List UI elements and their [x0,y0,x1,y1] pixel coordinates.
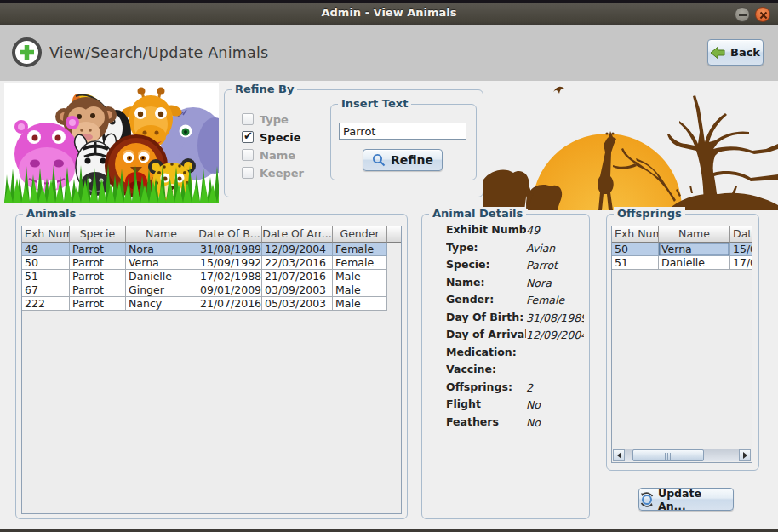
column-header-exh-num[interactable]: Exh Num [22,226,70,243]
scrollbar-track[interactable] [625,449,739,461]
column-header-name[interactable]: Name [126,226,197,243]
cell[interactable]: Verna [126,256,197,270]
cell-focused[interactable]: Verna [659,243,730,256]
back-button[interactable]: Back [707,39,764,66]
detail-label: Feathers [446,414,526,432]
cell[interactable]: Ginger [126,283,197,297]
minimize-button[interactable] [735,7,750,22]
cell[interactable]: 03/09/2003 [262,283,333,297]
name-checkbox-box[interactable] [242,149,254,161]
cell[interactable]: 17/02/1988 [197,270,262,283]
app-window: Admin - View Animals View/Search/Update … [0,0,778,532]
cell[interactable]: Male [333,270,387,283]
cell[interactable]: 51 [22,270,70,283]
column-header-date[interactable]: Dat [730,226,752,243]
keeper-checkbox-box[interactable] [242,167,254,179]
column-header-exh-num[interactable]: Exh Num [612,226,659,243]
close-button[interactable] [755,7,770,22]
page-title: View/Search/Update Animals [49,25,268,81]
offsprings-row-selected[interactable]: 50 Verna 15/0 [612,243,752,256]
horizontal-scrollbar[interactable] [613,449,751,461]
column-header-filler [387,226,401,243]
animal-details-title: Animal Details [429,207,526,220]
cell[interactable]: 15/09/1992 [197,256,262,270]
refine-button-label: Refine [391,153,433,167]
detail-row: FeathersNo [446,414,584,432]
cell[interactable]: 15/0 [730,243,752,256]
cell[interactable]: Parrot [70,283,126,297]
cell[interactable]: 22/03/2016 [262,256,333,270]
cell[interactable]: 50 [22,256,70,270]
animals-table-header: Exh Num Specie Name Date Of B... Date Of… [22,226,401,243]
cell[interactable]: Parrot [70,256,126,270]
minimize-icon [739,14,747,16]
animals-row-selected[interactable]: 49 Parrot Nora 31/08/1989 12/09/2004 Fem… [22,243,401,256]
search-icon [372,153,386,167]
refresh-icon [639,492,655,507]
scroll-left-button[interactable] [613,449,625,461]
animals-row[interactable]: 222 Parrot Nancy 21/07/2016 05/03/2003 M… [22,297,401,311]
animals-row[interactable]: 51 Parrot Danielle 17/02/1988 21/07/2016… [22,270,401,283]
animals-row[interactable]: 67 Parrot Ginger 09/01/2009 03/09/2003 M… [22,283,401,297]
cell[interactable]: Nora [126,243,197,256]
back-arrow-icon [711,47,725,59]
offsprings-row[interactable]: 51 Danielle 17/0 [612,256,752,270]
column-header-name[interactable]: Name [659,226,730,243]
update-animal-button[interactable]: Update An... [638,488,734,511]
cell[interactable]: 222 [22,297,70,311]
column-header-date-of-birth[interactable]: Date Of B... [197,226,262,243]
cell[interactable]: Male [333,283,387,297]
detail-row: Specie:Parrot [446,256,584,274]
bird-silhouette [553,87,564,94]
checkbox-specie[interactable]: ✔ Specie [242,130,300,144]
refine-button[interactable]: Refine [363,149,443,171]
checkbox-name[interactable]: Name [242,148,295,162]
cell[interactable]: 09/01/2009 [197,283,262,297]
cell[interactable]: 31/08/1989 [197,243,262,256]
cell[interactable]: Danielle [126,270,197,283]
cell[interactable]: 49 [22,243,70,256]
refine-text-input[interactable] [339,123,466,140]
scrollbar-thumb[interactable] [632,449,704,461]
detail-value: 49 [526,224,540,237]
cell[interactable]: Danielle [659,256,730,270]
cell[interactable]: 50 [612,243,659,256]
cell[interactable]: 21/07/2016 [262,270,333,283]
scroll-right-icon [743,452,751,459]
cell[interactable]: 21/07/2016 [197,297,262,311]
cell[interactable]: Nancy [126,297,197,311]
cell[interactable]: Parrot [70,297,126,311]
animals-row[interactable]: 50 Parrot Verna 15/09/1992 22/03/2016 Fe… [22,256,401,270]
detail-value: Avian [526,242,555,255]
cell[interactable]: 67 [22,283,70,297]
animals-panel: Animals Exh Num Specie Name Date Of B...… [15,214,408,519]
cell[interactable]: Parrot [70,243,126,256]
cell[interactable]: Parrot [70,270,126,283]
detail-value: No [526,398,541,411]
checkbox-type[interactable]: Type [242,112,289,126]
cell[interactable]: 51 [612,256,659,270]
app-header: View/Search/Update Animals Back [0,25,778,81]
cell[interactable]: 17/0 [730,256,752,270]
cell[interactable]: Female [333,243,387,256]
detail-value: No [526,416,541,429]
cell[interactable]: 12/09/2004 [262,243,333,256]
column-header-date-of-arrival[interactable]: Date Of Arr... [262,226,333,243]
type-checkbox-box[interactable] [242,113,254,125]
cell[interactable]: 05/03/2003 [262,297,333,311]
column-header-specie[interactable]: Specie [70,226,126,243]
offsprings-scrollpane[interactable]: Exh Num Name Dat 50 Verna 15/0 51 Daniel… [611,226,752,463]
animals-scrollpane[interactable]: Exh Num Specie Name Date Of B... Date Of… [21,226,402,514]
checkbox-keeper[interactable]: Keeper [242,166,304,180]
title-bar[interactable]: Admin - View Animals [0,0,778,25]
window-title: Admin - View Animals [0,6,778,19]
detail-row: Day of Arrival:12/09/2004 [446,326,584,344]
insert-text-title: Insert Text [338,97,411,110]
specie-checkbox-box[interactable]: ✔ [242,131,254,143]
detail-label: Day of Arrival: [446,326,526,344]
column-header-gender[interactable]: Gender [333,226,387,243]
scroll-right-button[interactable] [739,449,751,461]
cell[interactable]: Female [333,256,387,270]
detail-value: 2 [526,381,533,394]
cell[interactable]: Male [333,297,387,311]
